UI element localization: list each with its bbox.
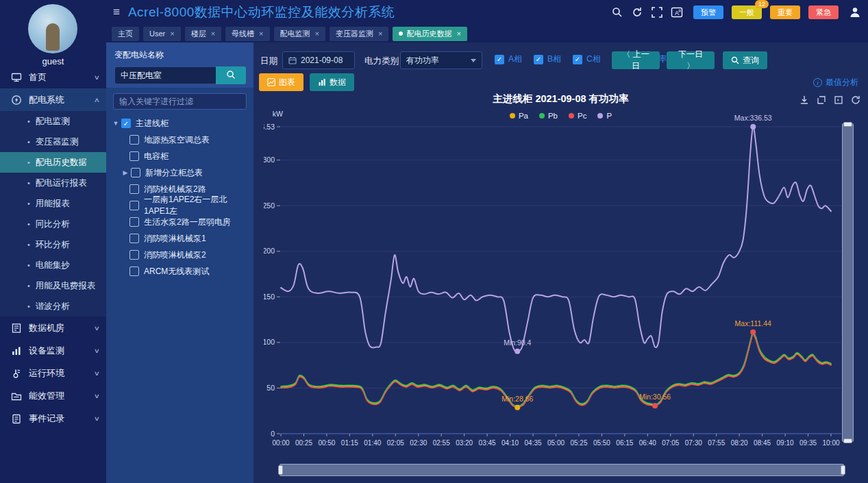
sidebar-subitem-label: 配电运行报表 [36,177,87,189]
sidebar-subitem-环比分析[interactable]: •环比分析 [0,234,106,255]
close-icon[interactable]: × [315,29,319,38]
max-analysis-link[interactable]: i 最值分析 [813,77,858,88]
tab-配电历史数据[interactable]: 配电历史数据× [393,27,467,41]
station-search-input[interactable] [114,66,216,84]
tree-node-ARCM无线表测试[interactable]: ARCM无线表测试 [112,263,252,280]
checkbox-checked[interactable]: ✓ [573,55,582,64]
query-button[interactable]: 查询 [723,51,767,69]
alarm-button-紧急[interactable]: 紧急 [808,5,839,19]
station-search-button[interactable] [216,66,246,84]
close-icon[interactable]: × [211,29,215,38]
sidebar-subitem-配电监测[interactable]: •配电监测 [0,111,106,132]
sidebar-subitem-用能报表[interactable]: •用能报表 [0,193,106,214]
sidebar-item-配电系统[interactable]: 配电系统∧ [0,88,106,111]
tree-node-root[interactable]: ▼✓主进线柜 [112,115,252,132]
phase-label: A相 [508,53,522,65]
checkbox-unchecked[interactable] [131,168,140,177]
tab-主页[interactable]: 主页 [112,27,139,41]
sidebar-subitem-变压器监测[interactable]: •变压器监测 [0,132,106,152]
horizontal-datazoom-slider[interactable] [280,464,844,476]
checkbox-unchecked[interactable] [129,151,139,161]
tree-node-地源热泵空调总表[interactable]: 地源热泵空调总表 [112,132,252,148]
date-input[interactable]: 2021-09-08 [282,51,355,69]
phase-checkbox-C相[interactable]: ✓C相 [573,53,601,65]
phase-checkbox-A相[interactable]: ✓A相 [495,53,522,65]
checkbox-unchecked[interactable] [129,217,139,227]
close-icon[interactable]: × [378,29,382,38]
tree-node-电容柜[interactable]: 电容柜 [112,148,252,164]
sidebar-subitem-配电历史数据[interactable]: •配电历史数据 [0,152,106,173]
checkbox-unchecked[interactable] [129,234,139,243]
x-tick-label: 08:20 [731,439,748,447]
checkbox-checked[interactable]: ✓ [534,55,543,64]
checkbox-checked[interactable]: ✓ [121,119,131,128]
bullet-icon: • [27,261,30,269]
tab-母线槽[interactable]: 母线槽× [225,27,269,41]
category-select[interactable]: 有功功率 [400,51,482,69]
annotation-label: Max:336.53 [734,114,772,122]
sidebar-subitem-同比分析[interactable]: •同比分析 [0,214,106,234]
next-day-button[interactable]: 下一日 〉 [667,51,715,69]
tab-楼层[interactable]: 楼层× [185,27,221,41]
checkbox-unchecked[interactable] [129,201,139,210]
x-tick-label: 02:05 [387,439,404,447]
checkbox-unchecked[interactable] [129,184,139,194]
date-value: 2021-09-08 [301,55,343,65]
prev-day-button[interactable]: 〈 上一日 [612,51,660,69]
tab-配电监测[interactable]: 配电监测× [274,27,325,41]
zoom-box-icon[interactable] [816,95,827,106]
close-icon[interactable]: × [259,29,263,38]
search-icon[interactable] [611,6,623,18]
datazoom-handle[interactable] [843,438,852,443]
sidebar-item-事件记录[interactable]: 事件记录∨ [0,407,106,430]
tab-变压器监测[interactable]: 变压器监测× [330,27,388,41]
alarm-button-一般[interactable]: 一般12 [732,5,762,19]
close-icon[interactable]: × [456,29,460,38]
datazoom-handle[interactable] [841,465,845,475]
checkbox-unchecked[interactable] [129,135,139,145]
restore-box-icon[interactable] [833,95,844,106]
hamburger-menu-icon[interactable]: ≡ [113,5,120,19]
phase-checkbox-B相[interactable]: ✓B相 [534,53,561,65]
datazoom-handle[interactable] [843,122,852,127]
tab-User[interactable]: User× [143,27,181,41]
tree-filter-input[interactable] [113,93,247,110]
user-icon[interactable] [849,6,861,18]
tab-label: 配电监测 [280,29,310,39]
caret-right-icon[interactable]: ▶ [121,169,129,176]
tree-node-消防喷淋机械泵1[interactable]: 消防喷淋机械泵1 [112,230,252,247]
sidebar-subitem-电能集抄[interactable]: •电能集抄 [0,255,106,275]
sidebar-item-数据机房[interactable]: 数据机房∨ [0,317,106,339]
x-tick-label: 08:45 [754,439,771,447]
bullet-icon: • [27,158,30,166]
sidebar-subitem-配电运行报表[interactable]: •配电运行报表 [0,173,106,193]
caret-down-icon[interactable]: ▼ [112,120,120,127]
sidebar-item-能效管理[interactable]: 能效管理∨ [0,384,106,407]
checkbox-unchecked[interactable] [129,250,139,260]
sidebar-item-首页[interactable]: 首页∨ [0,66,106,88]
checkbox-checked[interactable]: ✓ [495,55,504,64]
alarm-button-预警[interactable]: 预警 [693,5,723,19]
avatar[interactable] [28,4,77,53]
sidebar-item-运行环境[interactable]: 运行环境∨ [0,362,106,384]
fullscreen-icon[interactable] [651,6,663,18]
tree-node-一层南1APE2右一层北1APE1左[interactable]: 一层南1APE2右一层北1APE1左 [112,197,252,214]
chart-refresh-icon[interactable] [850,95,861,106]
annotation-label: Max:111.44 [735,319,771,327]
checkbox-unchecked[interactable] [129,267,139,276]
sidebar-item-设备监测[interactable]: 设备监测∨ [0,339,106,362]
tab-label: 主页 [118,29,133,39]
data-view-button[interactable]: 数据 [310,73,354,91]
refresh-icon[interactable] [631,6,643,18]
alarm-button-重要[interactable]: 重要 [770,5,800,19]
chart-view-button[interactable]: 图表 [259,73,303,91]
download-icon[interactable] [799,95,810,106]
sidebar-subitem-谐波分析[interactable]: •谐波分析 [0,296,106,317]
close-icon[interactable]: × [170,29,174,38]
tree-node-消防喷淋机械泵2[interactable]: 消防喷淋机械泵2 [112,247,252,263]
sidebar-subitem-用能及电费报表[interactable]: •用能及电费报表 [0,275,106,296]
tree-node-新增分立柜总表[interactable]: ▶新增分立柜总表 [112,164,252,181]
translate-icon[interactable]: A R [671,6,683,18]
vertical-datazoom-slider[interactable] [842,123,854,442]
datazoom-handle[interactable] [278,465,283,475]
